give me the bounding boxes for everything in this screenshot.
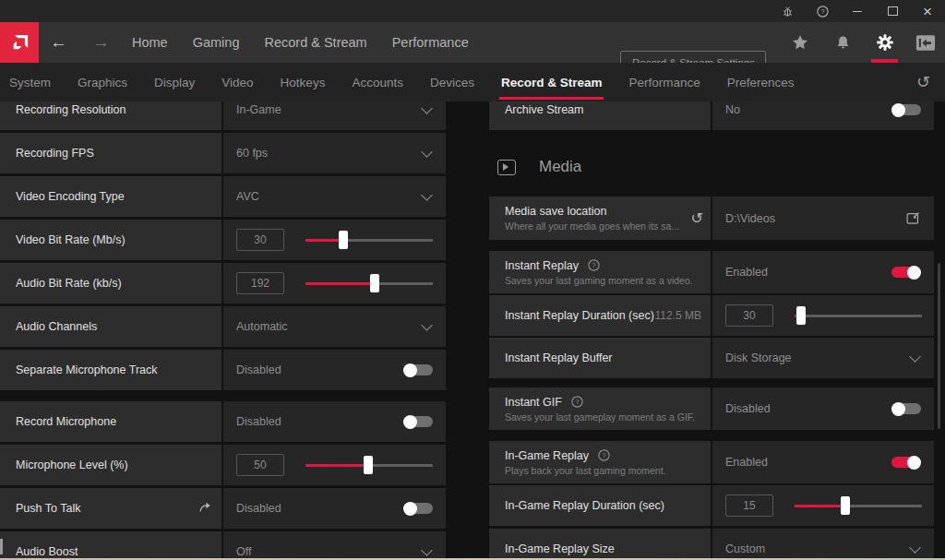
in-game-replay-duration-slider[interactable]: [795, 496, 922, 515]
chevron-down-icon: [421, 146, 433, 158]
bug-report-icon[interactable]: [770, 0, 805, 22]
setting-label: Video Encoding Type: [16, 190, 125, 203]
menu-item-home[interactable]: Home: [132, 35, 168, 50]
amd-logo[interactable]: [0, 22, 39, 63]
audio-bitrate-slider[interactable]: [305, 274, 433, 292]
in-game-replay-duration-input[interactable]: [725, 494, 773, 517]
row-record-microphone: Record Microphone Disabled: [0, 401, 446, 442]
setting-label: In-Game Replay Size: [505, 542, 615, 555]
media-settings-column: Archive Stream No Media Media save locat…: [489, 101, 934, 560]
row-audio-boost: Audio Boost Off: [0, 531, 446, 560]
close-button[interactable]: ×: [910, 0, 945, 22]
slider-handle[interactable]: [370, 274, 379, 292]
setting-label: Audio Bit Rate (kb/s): [16, 277, 122, 290]
section-title: Media: [539, 158, 581, 176]
slider-handle[interactable]: [796, 306, 806, 325]
slider-handle[interactable]: [841, 496, 850, 515]
tab-performance[interactable]: Performance: [627, 63, 701, 101]
recording-fps-dropdown[interactable]: 60 fps: [223, 133, 446, 173]
recording-resolution-dropdown[interactable]: In-Game: [223, 101, 446, 130]
maximize-button[interactable]: [875, 0, 910, 22]
video-encoding-dropdown[interactable]: AVC: [223, 176, 446, 217]
share-arrow-icon[interactable]: [197, 500, 214, 517]
instant-replay-duration-input[interactable]: [725, 304, 773, 327]
row-archive-stream: Archive Stream No: [489, 101, 934, 130]
tab-record-stream[interactable]: Record & Stream: [499, 63, 604, 101]
setting-label: Audio Boost: [16, 545, 78, 558]
in-game-replay-size-dropdown[interactable]: Custom: [712, 529, 934, 560]
video-bitrate-slider[interactable]: [305, 231, 433, 249]
setting-sublabel: Saves your last gaming moment as a video…: [505, 275, 703, 286]
reset-defaults-icon[interactable]: ↺: [916, 63, 945, 101]
instant-gif-toggle[interactable]: [891, 402, 921, 416]
chevron-down-icon: [421, 544, 433, 556]
svg-text:?: ?: [592, 262, 595, 269]
forward-button[interactable]: →: [92, 22, 110, 63]
undo-reset-icon[interactable]: ↺: [691, 211, 703, 226]
help-icon[interactable]: ?: [805, 0, 840, 22]
separate-mic-track-toggle[interactable]: [403, 363, 433, 377]
video-bitrate-input[interactable]: [236, 229, 284, 251]
instant-replay-duration-slider[interactable]: [795, 306, 922, 325]
tab-system[interactable]: System: [7, 63, 53, 101]
row-media-save-location: Media save location Where all your media…: [489, 197, 934, 240]
toggle-state-label: No: [725, 103, 740, 116]
microphone-level-slider[interactable]: [305, 456, 433, 474]
row-audio-bit-rate: Audio Bit Rate (kb/s): [0, 263, 446, 304]
audio-bitrate-input[interactable]: [236, 272, 284, 294]
left-scrollbar-thumb[interactable]: [0, 539, 3, 554]
push-to-talk-toggle[interactable]: [403, 502, 433, 516]
tab-video[interactable]: Video: [220, 63, 255, 101]
row-separate-microphone-track: Separate Microphone Track Disabled: [0, 350, 446, 390]
instant-replay-buffer-dropdown[interactable]: Disk Storage: [712, 338, 934, 378]
right-scrollbar-thumb[interactable]: [938, 263, 940, 429]
chevron-down-icon: [421, 189, 433, 201]
setting-label: Archive Stream: [505, 103, 583, 116]
svg-text:?: ?: [820, 8, 824, 16]
setting-label: Instant Replay Buffer: [505, 351, 613, 364]
tab-devices[interactable]: Devices: [428, 63, 476, 101]
slider-handle[interactable]: [339, 231, 348, 249]
audio-boost-dropdown[interactable]: Off: [223, 531, 446, 560]
menu-item-gaming[interactable]: Gaming: [193, 35, 240, 50]
tab-accounts[interactable]: Accounts: [350, 63, 405, 101]
help-icon[interactable]: ?: [597, 448, 611, 462]
settings-gear-icon[interactable]: [871, 22, 899, 63]
audio-channels-dropdown[interactable]: Automatic: [223, 306, 446, 347]
tab-preferences[interactable]: Preferences: [725, 63, 796, 101]
edit-location-icon[interactable]: [905, 210, 921, 226]
slider-handle[interactable]: [364, 456, 373, 474]
setting-sublabel: Plays back your last gaming moment.: [505, 465, 703, 476]
menu-item-performance[interactable]: Performance: [392, 35, 469, 50]
record-microphone-toggle[interactable]: [403, 415, 433, 429]
setting-label: Record Microphone: [16, 415, 116, 428]
favorites-star-icon[interactable]: [786, 22, 814, 63]
help-icon[interactable]: ?: [570, 395, 584, 409]
minimize-button[interactable]: [840, 0, 875, 22]
settings-tabbar: System Graphics Display Video Hotkeys Ac…: [0, 63, 945, 101]
dropdown-value: Automatic: [236, 320, 288, 333]
tab-graphics[interactable]: Graphics: [76, 63, 129, 101]
dropdown-value: 60 fps: [236, 147, 268, 160]
chevron-down-icon: [909, 351, 921, 363]
notifications-bell-icon[interactable]: [829, 22, 856, 63]
help-icon[interactable]: ?: [587, 258, 601, 272]
navbar: ← → Home Gaming Record & Stream Performa…: [0, 22, 945, 63]
tab-display[interactable]: Display: [152, 63, 197, 101]
setting-label: In-Game Replay: [505, 449, 589, 462]
minimize-to-tray-icon[interactable]: [912, 22, 939, 63]
row-audio-channels: Audio Channels Automatic: [0, 306, 446, 347]
archive-stream-toggle[interactable]: [891, 103, 921, 117]
setting-sublabel: Where all your media goes when its sa...: [505, 220, 691, 232]
buffer-size-note: 112.5 MB: [655, 309, 703, 322]
in-game-replay-toggle[interactable]: [891, 456, 921, 470]
close-icon: ×: [923, 4, 932, 19]
back-button[interactable]: ←: [50, 22, 67, 63]
tab-hotkeys[interactable]: Hotkeys: [279, 63, 328, 101]
menu-item-record-stream[interactable]: Record & Stream: [264, 35, 366, 50]
toggle-state-label: Disabled: [236, 363, 281, 376]
media-section-header: Media: [489, 150, 934, 184]
row-push-to-talk: Push To Talk Disabled: [0, 488, 446, 529]
instant-replay-toggle[interactable]: [891, 266, 921, 280]
microphone-level-input[interactable]: [236, 454, 284, 476]
